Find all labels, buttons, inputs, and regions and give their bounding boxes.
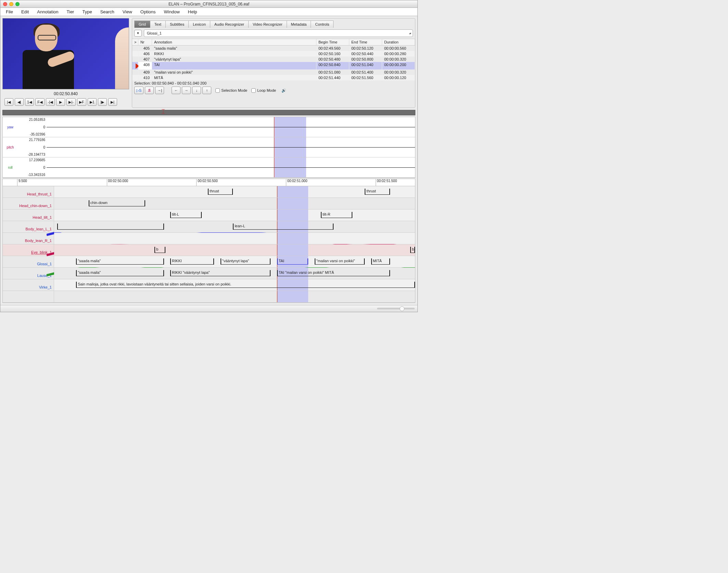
f-back-button[interactable]: F◀ <box>35 98 45 106</box>
signal-plot-roll[interactable] <box>47 157 415 177</box>
signal-plot-pitch[interactable] <box>47 137 415 157</box>
clear-selection-button[interactable]: S̸ <box>145 87 154 94</box>
menu-annotation[interactable]: Annotation <box>34 8 62 15</box>
annotation[interactable]: chin-down <box>89 200 145 206</box>
tab-grid[interactable]: Grid <box>134 21 150 28</box>
step-back-button[interactable]: -|◀ <box>46 98 55 106</box>
tier-canvas[interactable]: Sain mailoja, jotka ovat rikki, lavoista… <box>54 279 415 291</box>
shift-down-button[interactable]: ↓ <box>192 87 201 94</box>
grid-row[interactable]: 409"mailan varsi on poikki"00:02:51.0800… <box>132 69 415 75</box>
menu-options[interactable]: Options <box>137 8 159 15</box>
tier-canvas[interactable]: "saada maila"RIKKI "vääntynyt lapa"TAI "… <box>54 268 415 279</box>
menu-edit[interactable]: Edit <box>18 8 32 15</box>
annotation[interactable]: TAI <box>277 258 309 265</box>
grid-header-nr[interactable]: Nr <box>138 39 152 45</box>
titlebar[interactable]: ELAN – ProGram_CFINSL2013_005_06.eaf <box>0 0 417 8</box>
grid-cell-nr: 408 <box>138 62 152 69</box>
annotation[interactable]: "mailan varsi on poikki" <box>315 258 365 265</box>
signal-viewer[interactable]: yaw21.0518530-35.02396pitch21.7791860-28… <box>2 117 415 178</box>
grid-header-duration[interactable]: Duration <box>382 39 415 45</box>
grid-row[interactable]: 408TAI00:02:50.84000:02:51.04000:00:00.2… <box>132 62 415 69</box>
annotation[interactable]: "saada maila" <box>76 258 164 265</box>
play-button[interactable]: ▶ <box>56 98 65 106</box>
tier-canvas[interactable]: thrustthrust <box>54 186 415 198</box>
step-fwd-button[interactable]: ▶|- <box>66 98 76 106</box>
grid-row[interactable]: 410MITÄ00:02:51.44000:02:51.56000:00:00.… <box>132 75 415 80</box>
annotation[interactable]: thrust <box>365 189 390 195</box>
close-icon[interactable] <box>3 2 7 6</box>
annotation[interactable]: RIKKI "vääntynyt lapa" <box>170 270 271 276</box>
tier-canvas[interactable] <box>54 233 415 244</box>
goto-selection-button[interactable]: →| <box>155 87 164 94</box>
signal-axis-pitch: 21.7791860-28.194773 <box>18 137 47 157</box>
tier-viewer[interactable]: Head_thrust_1thrustthrustHead_chin-down_… <box>2 186 415 303</box>
annotation[interactable]: b <box>154 247 165 253</box>
annotation[interactable]: lean-L <box>233 224 333 230</box>
loop-mode-check[interactable]: Loop Mode <box>251 88 276 93</box>
tab-audio-recognizer[interactable]: Audio Recognizer <box>210 21 248 28</box>
grid-row[interactable]: 407"vääntynyt lapa"00:02:50.48000:02:50.… <box>132 56 415 62</box>
annotation[interactable]: "saada maila" <box>76 270 164 276</box>
grid-body: 405"saada maila"00:02:49.56000:02:50.120… <box>132 46 415 80</box>
annotation[interactable] <box>57 224 164 230</box>
grid-row[interactable]: 406RIKKI00:02:50.16000:02:50.44000:00:00… <box>132 51 415 56</box>
menu-help[interactable]: Help <box>185 8 201 15</box>
menu-search[interactable]: Search <box>97 8 118 15</box>
go-first-button[interactable]: |◀ <box>4 98 13 106</box>
shift-up-button[interactable]: ↑ <box>202 87 211 94</box>
tab-metadata[interactable]: Metadata <box>287 21 311 28</box>
annotation[interactable]: MITÄ <box>371 258 390 265</box>
time-ruler[interactable]: 9.50000:02:50.00000:02:50.50000:02:51.00… <box>2 179 415 186</box>
tier-canvas[interactable]: tilt-Ltilt-R <box>54 209 415 221</box>
grid-cell-annotation: "saada maila" <box>152 46 316 51</box>
one-fwd-button[interactable]: ▶1 <box>88 98 97 106</box>
grid-row[interactable]: 405"saada maila"00:02:49.56000:02:50.120… <box>132 46 415 51</box>
menu-file[interactable]: File <box>2 8 16 15</box>
grid-header-annotation[interactable]: Annotation <box>152 39 316 45</box>
signal-plot-yaw[interactable] <box>47 117 415 137</box>
tab-subtitles[interactable]: Subtitles <box>165 21 188 28</box>
shift-left-button[interactable]: ← <box>172 87 180 94</box>
grid-header-begin[interactable]: Begin Time <box>316 39 349 45</box>
tier-select[interactable]: Glossi_1 <box>144 29 413 37</box>
menu-view[interactable]: View <box>119 8 136 15</box>
tab-text[interactable]: Text <box>150 21 165 28</box>
go-last-button[interactable]: ▶| <box>108 98 117 106</box>
prev-frame-button[interactable]: ◀| <box>15 98 24 106</box>
grid-menu-button[interactable] <box>134 30 142 37</box>
next-frame-button[interactable]: |▶ <box>98 98 107 106</box>
video-viewer[interactable] <box>2 18 129 89</box>
selection-mode-check[interactable]: Selection Mode <box>215 88 247 93</box>
f-fwd-button[interactable]: ▶F <box>77 98 86 106</box>
one-back-button[interactable]: 1◀ <box>25 98 34 106</box>
menu-window[interactable]: Window <box>161 8 183 15</box>
tier-canvas[interactable]: lean-L <box>54 221 415 232</box>
tier-canvas[interactable]: "saada maila"RIKKI"vääntynyt lapa"TAI"ma… <box>54 256 415 267</box>
tab-video-recognizer[interactable]: Video Recognizer <box>248 21 287 28</box>
grid-cell-duration: 00:00:00.560 <box>382 46 415 51</box>
annotation[interactable]: thrust <box>208 189 233 195</box>
overview-ruler[interactable]: ⌶ <box>2 110 415 115</box>
annotation[interactable]: Sain mailoja, jotka ovat rikki, lavoista… <box>76 282 415 288</box>
zoom-slider[interactable] <box>377 308 415 309</box>
tab-controls[interactable]: Controls <box>311 21 334 28</box>
grid-cell-end: 00:02:50.800 <box>349 56 382 62</box>
annotation[interactable]: RIKKI <box>170 258 214 265</box>
tier-canvas[interactable] <box>54 291 415 302</box>
annotation[interactable]: tilt-L <box>170 212 202 218</box>
tier-canvas[interactable]: chin-down <box>54 198 415 209</box>
play-selection-button[interactable]: ▷S <box>134 87 143 94</box>
grid-header-end[interactable]: End Time <box>349 39 382 45</box>
menu-tier[interactable]: Tier <box>63 8 78 15</box>
annotation[interactable]: tilt-R <box>321 212 352 218</box>
zoom-icon[interactable] <box>15 2 20 6</box>
shift-right-button[interactable]: → <box>182 87 191 94</box>
tier-canvas[interactable]: bb <box>54 244 415 256</box>
minimize-icon[interactable] <box>9 2 13 6</box>
annotation[interactable]: TAI "mailan varsi on poikki" MITÄ <box>277 270 390 276</box>
annotation[interactable]: "vääntynyt lapa" <box>221 258 271 265</box>
speaker-icon[interactable]: 🔊 <box>281 88 286 93</box>
annotation[interactable]: b <box>410 247 415 253</box>
tab-lexicon[interactable]: Lexicon <box>188 21 210 28</box>
menu-type[interactable]: Type <box>79 8 95 15</box>
